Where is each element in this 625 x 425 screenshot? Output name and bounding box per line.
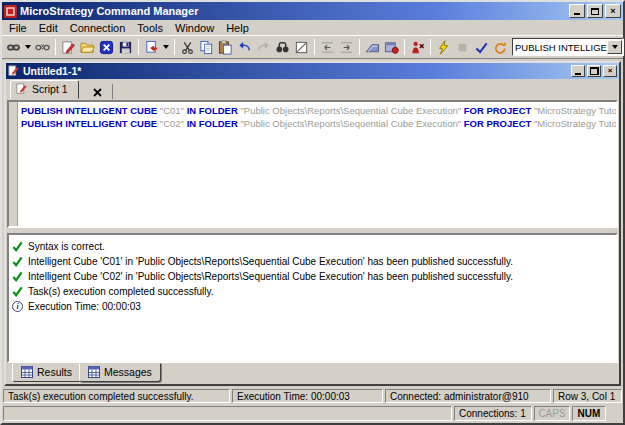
close-icon: ×: [608, 67, 613, 75]
insert-template-button[interactable]: [363, 38, 382, 57]
document-title: Untitled1-1*: [23, 65, 571, 77]
close-script-button[interactable]: [97, 38, 116, 57]
status-connected: Connected: administrator@910: [385, 389, 551, 403]
connect-button[interactable]: [4, 38, 23, 57]
kill-jobs-button[interactable]: [408, 38, 427, 57]
toolbar-separator: [174, 39, 175, 55]
find-button[interactable]: [273, 38, 292, 57]
close-script-icon: [99, 40, 114, 55]
code-token: FOR PROJECT: [464, 118, 534, 129]
editor-gutter: [9, 102, 18, 226]
statement-combobox-dropdown[interactable]: [607, 40, 622, 54]
redo-button[interactable]: [254, 38, 273, 57]
stop-button[interactable]: [453, 38, 472, 57]
code-token: "MicroStrategy Tutorial": [534, 118, 616, 129]
tab-messages[interactable]: Messages: [79, 363, 161, 382]
close-tab-icon: [93, 88, 102, 97]
success-check-icon: [12, 286, 23, 297]
success-check-icon: [12, 241, 23, 252]
code-token: PUBLISH INTELLIGENT CUBE: [21, 118, 160, 129]
doc-restore-button[interactable]: [587, 65, 601, 77]
info-icon: i: [12, 301, 23, 312]
indent-icon: [339, 40, 354, 55]
menu-window[interactable]: Window: [169, 21, 220, 35]
status-execution-time: Execution Time: 00:00:03: [232, 389, 383, 403]
maximize-icon: [591, 8, 599, 15]
open-script-button[interactable]: [78, 38, 97, 57]
new-script-button[interactable]: [59, 38, 78, 57]
execute-button[interactable]: [434, 38, 453, 57]
connect-dropdown-icon[interactable]: [25, 45, 31, 49]
check-syntax-button[interactable]: [472, 38, 491, 57]
tab-label: Script 1: [32, 83, 68, 95]
outdent-button[interactable]: [318, 38, 337, 57]
code-line: PUBLISH INTELLIGENT CUBE "C01" IN FOLDER…: [21, 104, 613, 117]
restore-icon: [590, 67, 599, 75]
status-num-indicator: NUM: [572, 406, 606, 421]
message-row: Intelligent Cube 'C01' in 'Public Object…: [12, 254, 613, 269]
message-row: i Execution Time: 00:00:03: [12, 299, 613, 314]
message-text: Execution Time: 00:00:03: [28, 301, 141, 312]
insert-procedure-icon: [384, 40, 399, 55]
paste-button[interactable]: [216, 38, 235, 57]
menu-tools[interactable]: Tools: [131, 21, 169, 35]
indent-button[interactable]: [337, 38, 356, 57]
tab-script-1[interactable]: Script 1: [10, 80, 79, 99]
menu-connection[interactable]: Connection: [64, 21, 132, 35]
success-check-icon: [12, 256, 23, 267]
copy-button[interactable]: [197, 38, 216, 57]
app-logo-icon: [4, 5, 17, 18]
code-token: "MicroStrategy Tutorial": [534, 105, 616, 116]
menu-edit[interactable]: Edit: [33, 21, 64, 35]
undo-button[interactable]: [235, 38, 254, 57]
code-token: "C02": [160, 118, 187, 129]
code-line: PUBLISH INTELLIGENT CUBE "C02" IN FOLDER…: [21, 117, 613, 130]
maximize-button[interactable]: [587, 4, 603, 18]
statement-combobox-value: PUBLISH INTELLIGENT CUBE "C01...: [513, 42, 607, 53]
script-editor[interactable]: PUBLISH INTELLIGENT CUBE "C01" IN FOLDER…: [7, 100, 618, 228]
message-text: Intelligent Cube 'C01' in 'Public Object…: [28, 256, 513, 267]
menu-bar: File Edit Connection Tools Window Help: [2, 20, 623, 35]
code-token: FOR PROJECT: [464, 105, 534, 116]
minimize-button[interactable]: [569, 4, 585, 18]
statement-combobox[interactable]: PUBLISH INTELLIGENT CUBE "C01...: [512, 38, 624, 56]
title-bar: MicroStrategy Command Manager ×: [2, 2, 623, 20]
reset-icon: [493, 40, 508, 55]
status-message-panel: [3, 406, 452, 421]
app-status-bar: Connections: 1 CAPS NUM: [2, 404, 623, 423]
script-icon: [16, 83, 28, 95]
doc-minimize-button[interactable]: [571, 65, 585, 77]
close-button[interactable]: ×: [605, 4, 621, 18]
message-row: Task(s) execution completed successfully…: [12, 284, 613, 299]
status-caps-indicator: CAPS: [534, 406, 570, 421]
clear-button[interactable]: [292, 38, 311, 57]
export-dropdown-icon[interactable]: [163, 45, 169, 49]
messages-grid-icon: [88, 366, 100, 378]
paste-icon: [218, 40, 233, 55]
clear-icon: [294, 40, 309, 55]
disconnect-button[interactable]: [33, 38, 52, 57]
status-connections: Connections: 1: [454, 406, 532, 421]
doc-close-button[interactable]: ×: [603, 65, 617, 77]
toolbar-separator: [430, 39, 431, 55]
close-tab-button[interactable]: [89, 87, 106, 99]
resize-grip: [608, 406, 622, 421]
export-results-button[interactable]: [142, 38, 161, 57]
insert-procedure-button[interactable]: [382, 38, 401, 57]
menu-help[interactable]: Help: [220, 21, 255, 35]
cut-button[interactable]: [178, 38, 197, 57]
outdent-icon: [320, 40, 335, 55]
status-task: Task(s) execution completed successfully…: [3, 389, 230, 403]
reset-button[interactable]: [491, 38, 510, 57]
kill-jobs-icon: [410, 40, 425, 55]
success-check-icon: [12, 271, 23, 282]
insert-template-icon: [365, 40, 380, 55]
tab-results[interactable]: Results: [12, 363, 81, 382]
close-icon: ×: [610, 7, 615, 16]
messages-pane: Syntax is correct. Intelligent Cube 'C01…: [7, 233, 618, 363]
save-script-button[interactable]: [116, 38, 135, 57]
check-syntax-icon: [474, 40, 489, 55]
menu-file[interactable]: File: [3, 21, 33, 35]
toolbar-separator: [138, 39, 139, 55]
message-text: Intelligent Cube 'C02' in 'Public Object…: [28, 271, 513, 282]
